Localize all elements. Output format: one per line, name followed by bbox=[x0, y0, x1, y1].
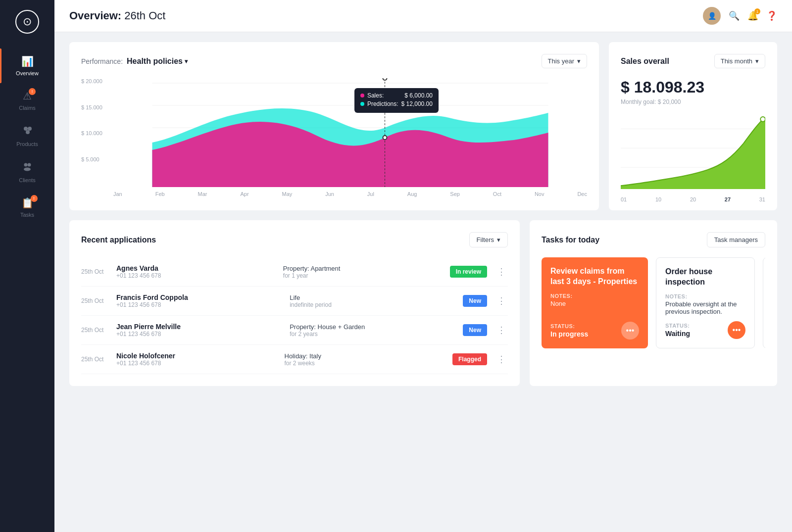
sales-card: Sales overall This month ▾ $ 18.098.23 M… bbox=[609, 42, 777, 210]
sales-x-labels: 01 10 20 27 31 bbox=[621, 194, 765, 202]
row-menu-icon[interactable]: ⋮ bbox=[495, 293, 508, 308]
products-icon bbox=[22, 125, 33, 138]
chevron-down-icon: ▾ bbox=[755, 57, 759, 65]
tasks-card: Tasks for today Task managers Review cla… bbox=[530, 220, 777, 386]
sidebar-logo[interactable]: ⊙ bbox=[15, 10, 39, 34]
applications-title: Recent applications bbox=[81, 236, 156, 244]
tasks-header: Tasks for today Task managers bbox=[542, 232, 765, 247]
sales-amount: $ 18.098.23 bbox=[621, 78, 765, 97]
performance-header: Performance: Health policies ▾ This year… bbox=[81, 54, 587, 68]
performance-category[interactable]: Health policies ▾ bbox=[127, 57, 188, 66]
tasks-scroll: Review claims from last 3 days - Propert… bbox=[542, 257, 765, 348]
tasks-title: Tasks for today bbox=[542, 236, 599, 244]
svg-point-5 bbox=[24, 168, 31, 171]
filter-label: Filters bbox=[477, 236, 494, 243]
clients-icon bbox=[22, 161, 33, 174]
sales-dot bbox=[360, 94, 364, 97]
task-card-order-inspection: Order house inspection Notes: Probable o… bbox=[656, 257, 755, 348]
period-dropdown[interactable]: This year ▾ bbox=[542, 54, 587, 68]
applications-header: Recent applications Filters ▾ bbox=[81, 232, 508, 247]
svg-point-4 bbox=[28, 163, 31, 167]
task-title: Order house inspection bbox=[665, 267, 745, 288]
sidebar: ⊙ 📊 Overview ⚠ ! Claims Products bbox=[0, 0, 54, 532]
svg-point-12 bbox=[383, 78, 387, 80]
tasks-icon: 📋 ! bbox=[21, 197, 34, 209]
claims-badge: ! bbox=[29, 88, 36, 95]
predictions-dot bbox=[360, 102, 364, 106]
x-axis-labels: Jan Feb Mar Apr May Jun Jul Aug Sep Oct … bbox=[113, 189, 587, 197]
table-row: 25th Oct Agnes Varda +01 123 456 678 Pro… bbox=[81, 257, 508, 287]
sales-chart bbox=[621, 113, 765, 193]
sidebar-item-label: Clients bbox=[19, 177, 36, 183]
sidebar-item-overview[interactable]: 📊 Overview bbox=[0, 48, 54, 83]
svg-point-1 bbox=[28, 127, 32, 131]
row-menu-icon[interactable]: ⋮ bbox=[495, 264, 508, 279]
page-title: Overview: 26th Oct bbox=[69, 9, 165, 22]
sales-goal: Monthly goal: $ 20,000 bbox=[621, 98, 765, 105]
task-managers-button[interactable]: Task managers bbox=[707, 232, 765, 247]
task-card-new-report: New report Sep Notes: None Status: Waiti… bbox=[763, 257, 765, 348]
avatar[interactable]: 👤 bbox=[703, 7, 721, 25]
task-menu-button[interactable]: ••• bbox=[728, 321, 745, 339]
task-menu-button[interactable]: ••• bbox=[621, 322, 639, 339]
performance-header-left: Performance: Health policies ▾ bbox=[81, 57, 188, 66]
sales-period-dropdown[interactable]: This month ▾ bbox=[714, 54, 765, 68]
sidebar-item-products[interactable]: Products bbox=[0, 118, 54, 154]
status-badge: In review bbox=[450, 266, 487, 278]
chevron-down-icon: ▾ bbox=[497, 236, 500, 243]
sales-title: Sales overall bbox=[621, 57, 669, 66]
sidebar-item-label: Tasks bbox=[20, 212, 34, 218]
svg-point-18 bbox=[760, 117, 765, 122]
tasks-badge: ! bbox=[31, 195, 38, 202]
performance-chart bbox=[113, 78, 587, 187]
sidebar-item-label: Claims bbox=[19, 105, 36, 111]
svg-point-0 bbox=[24, 127, 28, 131]
help-icon[interactable]: ❓ bbox=[766, 10, 777, 21]
status-badge: New bbox=[463, 295, 487, 307]
sidebar-item-claims[interactable]: ⚠ ! Claims bbox=[0, 83, 54, 118]
row-menu-icon[interactable]: ⋮ bbox=[495, 323, 508, 338]
task-title: Review claims from last 3 days - Propert… bbox=[550, 266, 639, 287]
header: Overview: 26th Oct 👤 🔍 🔔 1 ❓ bbox=[54, 0, 792, 32]
sidebar-item-clients[interactable]: Clients bbox=[0, 154, 54, 190]
svg-point-13 bbox=[383, 136, 387, 140]
performance-card: Performance: Health policies ▾ This year… bbox=[69, 42, 599, 210]
header-actions: 👤 🔍 🔔 1 ❓ bbox=[703, 7, 777, 25]
content-area: Performance: Health policies ▾ This year… bbox=[54, 32, 792, 532]
applications-card: Recent applications Filters ▾ 25th Oct A… bbox=[69, 220, 520, 386]
overview-icon: 📊 bbox=[21, 55, 34, 67]
status-badge: New bbox=[463, 324, 487, 336]
performance-label: Performance: bbox=[81, 57, 123, 65]
notifications-icon[interactable]: 🔔 1 bbox=[747, 10, 758, 21]
top-row: Performance: Health policies ▾ This year… bbox=[69, 42, 777, 210]
task-card-review-claims: Review claims from last 3 days - Propert… bbox=[542, 257, 648, 348]
claims-icon: ⚠ ! bbox=[23, 90, 32, 102]
table-row: 25th Oct Jean Pierre Melville +01 123 45… bbox=[81, 316, 508, 345]
tooltip-sales-row: Sales: $ 6,000.00 bbox=[360, 92, 433, 99]
table-row: 25th Oct Nicole Holofcener +01 123 456 6… bbox=[81, 345, 508, 374]
svg-point-3 bbox=[24, 163, 28, 167]
tooltip-predictions-row: Predictions: $ 12,000.00 bbox=[360, 100, 433, 107]
chart-tooltip: Sales: $ 6,000.00 Predictions: $ 12,000.… bbox=[354, 88, 439, 113]
status-badge: Flagged bbox=[452, 353, 487, 365]
main-content: Overview: 26th Oct 👤 🔍 🔔 1 ❓ Performance… bbox=[54, 0, 792, 532]
filters-button[interactable]: Filters ▾ bbox=[469, 232, 508, 247]
sidebar-item-tasks[interactable]: 📋 ! Tasks bbox=[0, 190, 54, 225]
svg-point-2 bbox=[26, 130, 30, 134]
sales-chart-area: 01 10 20 27 31 bbox=[621, 113, 765, 197]
row-menu-icon[interactable]: ⋮ bbox=[495, 352, 508, 367]
chevron-down-icon: ▾ bbox=[577, 57, 581, 65]
y-axis-labels: $ 20.000 $ 15.000 $ 10.000 $ 5.000 bbox=[81, 78, 111, 182]
bottom-row: Recent applications Filters ▾ 25th Oct A… bbox=[69, 220, 777, 386]
notification-badge: 1 bbox=[754, 8, 760, 14]
sidebar-item-label: Products bbox=[16, 141, 38, 147]
table-row: 25th Oct Francis Ford Coppola +01 123 45… bbox=[81, 287, 508, 316]
sidebar-item-label: Overview bbox=[16, 70, 39, 76]
search-icon[interactable]: 🔍 bbox=[729, 10, 740, 21]
chevron-down-icon: ▾ bbox=[185, 58, 188, 65]
sales-header: Sales overall This month ▾ bbox=[621, 54, 765, 68]
